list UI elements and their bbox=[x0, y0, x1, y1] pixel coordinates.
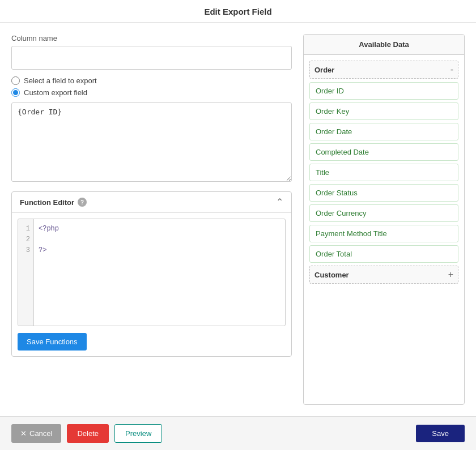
order-section-header: Order - bbox=[309, 61, 458, 79]
list-item[interactable]: Title bbox=[309, 164, 458, 181]
custom-field-textarea[interactable]: {Order ID} bbox=[11, 102, 292, 182]
delete-button[interactable]: Delete bbox=[67, 424, 109, 443]
line-numbers: 123 bbox=[18, 219, 34, 326]
footer-left: ✕ Cancel Delete Preview bbox=[11, 424, 162, 443]
code-editor: 123 <?php ?> bbox=[18, 219, 286, 326]
list-item[interactable]: Order ID bbox=[309, 82, 458, 100]
save-button[interactable]: Save bbox=[416, 425, 465, 442]
customer-section-toggle[interactable]: + bbox=[448, 270, 453, 280]
list-item[interactable]: Completed Date bbox=[309, 143, 458, 161]
column-name-input[interactable] bbox=[11, 46, 292, 70]
customer-section-title: Customer bbox=[314, 271, 349, 279]
main-content: Column name Select a field to export Cus… bbox=[0, 23, 476, 416]
list-item[interactable]: Order Currency bbox=[309, 204, 458, 222]
order-section-toggle[interactable]: - bbox=[450, 65, 453, 75]
radio-custom-label: Custom export field bbox=[24, 88, 87, 97]
preview-button[interactable]: Preview bbox=[114, 424, 162, 443]
radio-select-input[interactable] bbox=[11, 76, 20, 85]
header-title: Edit Export Field bbox=[204, 7, 271, 16]
save-functions-button[interactable]: Save Functions bbox=[18, 333, 87, 351]
right-panel: Available Data Order - Order ID Order Ke… bbox=[303, 34, 465, 405]
list-item[interactable]: Order Status bbox=[309, 184, 458, 202]
function-editor-box: Function Editor ? ⌃ 123 <?php ?> Save Fu… bbox=[11, 191, 292, 357]
help-icon[interactable]: ? bbox=[78, 198, 87, 207]
radio-select-field[interactable]: Select a field to export bbox=[11, 76, 292, 85]
customer-section: Customer + bbox=[309, 266, 458, 284]
left-panel: Column name Select a field to export Cus… bbox=[11, 34, 303, 405]
page-footer: ✕ Cancel Delete Preview Save bbox=[0, 416, 476, 450]
cancel-label: Cancel bbox=[29, 429, 52, 438]
customer-section-header: Customer + bbox=[309, 266, 458, 284]
list-item[interactable]: Order Key bbox=[309, 102, 458, 120]
radio-custom-input[interactable] bbox=[11, 88, 20, 97]
function-editor-title-text: Function Editor bbox=[20, 198, 74, 207]
available-data-header: Available Data bbox=[304, 35, 464, 55]
available-data-body: Order - Order ID Order Key Order Date Co… bbox=[304, 55, 464, 404]
collapse-button[interactable]: ⌃ bbox=[276, 198, 283, 207]
cancel-x-icon: ✕ bbox=[20, 429, 27, 438]
function-editor-title: Function Editor ? bbox=[20, 198, 87, 207]
list-item[interactable]: Order Total bbox=[309, 245, 458, 263]
function-editor-body: 123 <?php ?> Save Functions bbox=[12, 213, 291, 356]
cancel-button[interactable]: ✕ Cancel bbox=[11, 424, 61, 443]
page-title: Edit Export Field bbox=[0, 0, 476, 23]
code-content[interactable]: <?php ?> bbox=[34, 219, 285, 326]
radio-group: Select a field to export Custom export f… bbox=[11, 76, 292, 97]
function-editor-header: Function Editor ? ⌃ bbox=[12, 192, 291, 213]
radio-select-label: Select a field to export bbox=[24, 76, 97, 85]
list-item[interactable]: Payment Method Title bbox=[309, 225, 458, 242]
radio-custom-field[interactable]: Custom export field bbox=[11, 88, 292, 97]
column-name-label: Column name bbox=[11, 34, 292, 42]
order-section-title: Order bbox=[314, 66, 334, 74]
list-item[interactable]: Order Date bbox=[309, 123, 458, 140]
